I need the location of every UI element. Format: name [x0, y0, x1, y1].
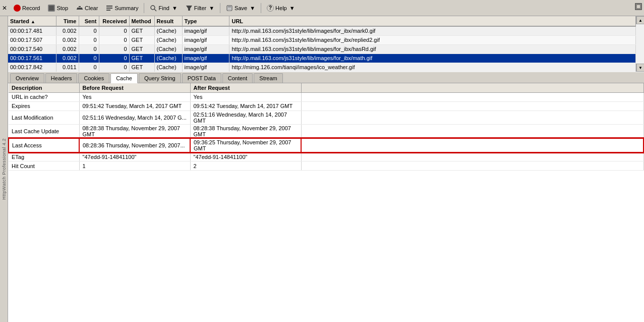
record-button[interactable]: Record	[10, 2, 43, 15]
svg-point-6	[151, 6, 155, 10]
table-header-row: Started ▲ Time Sent Received Method Resu…	[8, 16, 636, 26]
svg-rect-13	[636, 5, 640, 9]
separator-2	[220, 3, 220, 13]
stop-icon	[48, 5, 55, 12]
detail-row: Hit Count12	[9, 162, 643, 171]
svg-rect-4	[106, 8, 112, 9]
find-button[interactable]: Find ▼	[146, 2, 181, 15]
tab-content[interactable]: Content	[222, 73, 253, 83]
detail-row: Last Access08:28:36 Thursday, November 2…	[9, 138, 643, 152]
col-url[interactable]: URL	[229, 16, 636, 26]
col-started[interactable]: Started ▲	[8, 16, 56, 26]
help-button[interactable]: ? Help ▼	[263, 2, 299, 15]
tab-overview[interactable]: Overview	[10, 73, 44, 83]
detail-row: ETag"47edd-91-14841100""47edd-91-1484110…	[9, 152, 643, 162]
summary-button[interactable]: Summary	[102, 2, 142, 15]
tab-query-string[interactable]: Query String	[139, 73, 181, 83]
stop-button[interactable]: Stop	[44, 2, 72, 15]
separator-3	[261, 3, 261, 13]
tab-cookies[interactable]: Cookies	[78, 73, 109, 83]
tab-headers[interactable]: Headers	[45, 73, 78, 83]
save-dropdown-icon: ▼	[250, 5, 255, 11]
requests-table-wrapper: ▲ Started ▲ Time Sent Received Method Re…	[8, 16, 644, 72]
col-received[interactable]: Received	[99, 16, 129, 26]
svg-rect-2	[77, 9, 83, 10]
detail-col-extra	[301, 83, 643, 92]
tab-post-data[interactable]: POST Data	[182, 73, 221, 83]
find-icon	[150, 5, 157, 12]
svg-rect-3	[106, 6, 112, 7]
clear-button[interactable]: Clear	[73, 2, 101, 15]
svg-rect-1	[79, 6, 81, 7]
table-row[interactable]: 00:00:17.4810.00200GET(Cache)image/gifht…	[8, 26, 636, 35]
table-row[interactable]: 00:00:17.5070.00200GET(Cache)image/gifht…	[8, 35, 636, 44]
separator-1	[144, 3, 144, 13]
maximize-icon[interactable]	[635, 3, 642, 11]
toolbar: ✕ Record Stop Clear Summary Find ▼	[0, 0, 644, 16]
table-row[interactable]: 00:00:17.5610.00200GET(Cache)image/gifht…	[8, 53, 636, 63]
detail-area: Description Before Request After Request…	[8, 83, 644, 322]
detail-col-before: Before Request	[79, 83, 190, 92]
col-sent[interactable]: Sent	[79, 16, 99, 26]
detail-row: Expires09:51:42 Tuesday, March 14, 2017 …	[9, 101, 643, 111]
requests-table: Started ▲ Time Sent Received Method Resu…	[8, 16, 636, 72]
col-method[interactable]: Method	[129, 16, 154, 26]
col-result[interactable]: Result	[154, 16, 182, 26]
table-row[interactable]: 00:00:17.5400.00200GET(Cache)image/gifht…	[8, 44, 636, 53]
detail-table: Description Before Request After Request…	[8, 83, 644, 171]
filter-dropdown-icon: ▼	[209, 5, 214, 11]
summary-icon	[106, 5, 113, 12]
side-label-area: HttpWatch Professional 4.2	[0, 16, 8, 322]
save-button[interactable]: Save ▼	[222, 2, 259, 15]
filter-button[interactable]: Filter ▼	[182, 2, 218, 15]
save-icon	[226, 5, 233, 12]
filter-icon	[186, 5, 193, 12]
help-icon: ?	[267, 5, 274, 12]
scroll-down-area: ▼	[636, 64, 644, 72]
scroll-up-button[interactable]: ▲	[636, 16, 644, 24]
tab-stream[interactable]: Stream	[254, 73, 282, 83]
app-version-label: HttpWatch Professional 4.2	[2, 138, 7, 200]
detail-col-desc: Description	[9, 83, 79, 92]
svg-rect-0	[77, 8, 82, 9]
record-icon	[14, 5, 21, 12]
tabs-bar: OverviewHeadersCookiesCacheQuery StringP…	[8, 72, 644, 83]
detail-header-row: Description Before Request After Request	[9, 83, 643, 92]
svg-rect-10	[228, 6, 231, 8]
svg-marker-8	[186, 6, 192, 11]
svg-rect-5	[106, 10, 110, 11]
detail-row: URL in cache?YesYes	[9, 92, 643, 101]
help-dropdown-icon: ▼	[289, 5, 295, 11]
clear-icon	[76, 5, 83, 12]
scroll-down-button[interactable]: ▼	[636, 64, 644, 72]
scroll-up-area: ▲	[636, 16, 644, 24]
find-dropdown-icon: ▼	[172, 5, 178, 11]
tab-cache[interactable]: Cache	[110, 73, 138, 83]
detail-col-after: After Request	[190, 83, 301, 92]
detail-row: Last Modification02:51:16 Wednesday, Mar…	[9, 111, 643, 124]
col-type[interactable]: Type	[182, 16, 229, 26]
svg-line-7	[154, 9, 156, 11]
table-row[interactable]: 00:00:17.8420.01100GET(Cache)image/gifht…	[8, 63, 636, 72]
svg-rect-11	[228, 9, 231, 11]
close-icon[interactable]: ✕	[2, 5, 7, 12]
col-time[interactable]: Time	[56, 16, 79, 26]
detail-row: Last Cache Update08:28:38 Thursday, Nove…	[9, 124, 643, 138]
